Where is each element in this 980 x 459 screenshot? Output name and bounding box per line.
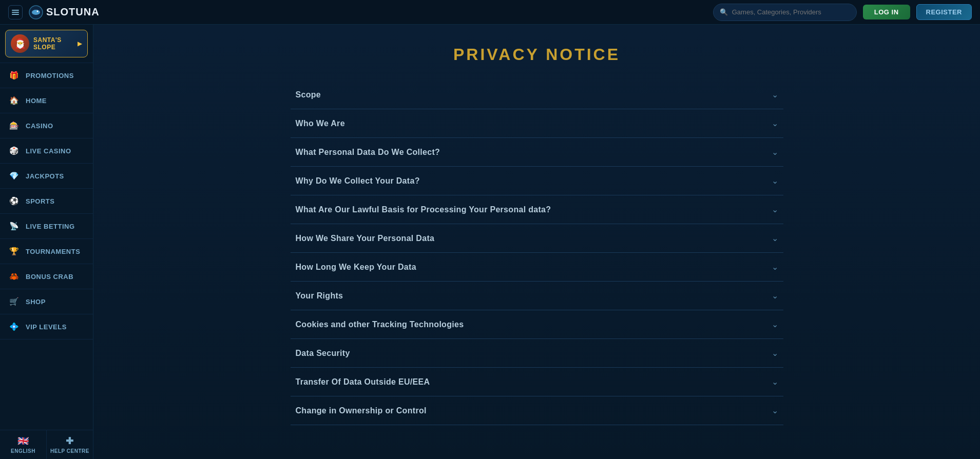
casino-icon: 🎰 — [9, 121, 20, 130]
accordion-header-scope[interactable]: Scope ⌄ — [291, 81, 783, 109]
menu-toggle-button[interactable] — [8, 5, 23, 19]
accordion-header-your-rights[interactable]: Your Rights ⌄ — [291, 282, 783, 310]
sidebar-item-vip-levels[interactable]: 💠 VIP LEVELS — [0, 316, 93, 337]
sidebar-item-promotions[interactable]: 🎁 PROMOTIONS — [0, 65, 93, 86]
accordion-item-how-share: How We Share Your Personal Data ⌄ — [291, 224, 783, 253]
sidebar-item-casino[interactable]: 🎰 CASINO — [0, 115, 93, 136]
accordion-chevron-why-collect: ⌄ — [772, 176, 778, 186]
live-casino-icon: 🎲 — [9, 146, 20, 155]
sidebar-item-label: CASINO — [26, 122, 53, 130]
accordion-chevron-scope: ⌄ — [772, 90, 778, 99]
accordion-header-cookies[interactable]: Cookies and other Tracking Technologies … — [291, 310, 783, 338]
accordion-chevron-what-collect: ⌄ — [772, 147, 778, 157]
promo-label: SANTA'S SLOPE — [33, 36, 73, 51]
search-icon: 🔍 — [720, 8, 728, 16]
language-selector[interactable]: 🇬🇧 ENGLISH — [0, 430, 47, 459]
accordion-item-how-long: How Long We Keep Your Data ⌄ — [291, 253, 783, 282]
accordion-title-your-rights: Your Rights — [296, 291, 343, 301]
language-label: ENGLISH — [11, 448, 35, 454]
accordion-chevron-who-we-are: ⌄ — [772, 118, 778, 128]
sidebar-divider-casino — [0, 138, 93, 138]
sidebar-item-label: TOURNAMENTS — [26, 248, 80, 255]
sidebar-item-label: LIVE CASINO — [26, 147, 71, 155]
accordion-header-what-collect[interactable]: What Personal Data Do We Collect? ⌄ — [291, 138, 783, 166]
sidebar-item-jackpots[interactable]: 💎 JACKPOTS — [0, 166, 93, 186]
accordion-title-transfer-data: Transfer Of Data Outside EU/EEA — [296, 377, 430, 387]
accordion-title-scope: Scope — [296, 90, 321, 99]
sidebar-divider-tournaments — [0, 264, 93, 264]
accordion-item-who-we-are: Who We Are ⌄ — [291, 109, 783, 138]
bonus-crab-icon: 🦀 — [9, 272, 20, 281]
accordion-item-why-collect: Why Do We Collect Your Data? ⌄ — [291, 167, 783, 195]
login-button[interactable]: LOG IN — [863, 5, 910, 19]
sidebar-divider-vip-levels — [0, 339, 93, 340]
sidebar-item-shop[interactable]: 🛒 SHOP — [0, 291, 93, 312]
accordion-title-who-we-are: Who We Are — [296, 119, 345, 128]
main-content: PRIVACY NOTICE Scope ⌄ Who We Are ⌄ What… — [93, 25, 980, 459]
site-logo: SLOTUNA — [29, 5, 707, 19]
accordion-chevron-how-long: ⌄ — [772, 262, 778, 272]
accordion-header-lawful-basis[interactable]: What Are Our Lawful Basis for Processing… — [291, 195, 783, 224]
search-input[interactable] — [732, 8, 850, 16]
sidebar-item-tournaments[interactable]: 🏆 TOURNAMENTS — [0, 241, 93, 262]
home-icon: 🏠 — [9, 96, 20, 105]
sidebar-divider-jackpots — [0, 188, 93, 189]
accordion-header-who-we-are[interactable]: Who We Are ⌄ — [291, 109, 783, 137]
help-icon: ✚ — [66, 435, 74, 447]
promo-banner[interactable]: 🎅 SANTA'S SLOPE ▶ — [5, 30, 88, 57]
accordion-chevron-cookies: ⌄ — [772, 320, 778, 329]
sidebar-item-label: PROMOTIONS — [26, 72, 74, 79]
accordion-item-scope: Scope ⌄ — [291, 81, 783, 109]
help-centre-button[interactable]: ✚ HELP CENTRE — [47, 430, 93, 459]
sidebar-divider-shop — [0, 314, 93, 314]
accordion-item-transfer-data: Transfer Of Data Outside EU/EEA ⌄ — [291, 368, 783, 396]
accordion-item-lawful-basis: What Are Our Lawful Basis for Processing… — [291, 195, 783, 224]
svg-rect-0 — [12, 10, 19, 11]
sidebar-item-live-casino[interactable]: 🎲 LIVE CASINO — [0, 141, 93, 161]
sidebar-item-label: SHOP — [26, 298, 46, 306]
sidebar-item-live-betting[interactable]: 📡 LIVE BETTING — [0, 216, 93, 236]
help-label: HELP CENTRE — [50, 448, 89, 454]
accordion-header-data-security[interactable]: Data Security ⌄ — [291, 339, 783, 367]
accordion-title-cookies: Cookies and other Tracking Technologies — [296, 320, 464, 329]
accordion-header-change-ownership[interactable]: Change in Ownership or Control ⌄ — [291, 396, 783, 425]
search-bar: 🔍 — [713, 4, 857, 21]
sidebar-nav: 🎁 PROMOTIONS 🏠 HOME 🎰 CASINO 🎲 LIVE CASI… — [0, 65, 93, 342]
accordion-list: Scope ⌄ Who We Are ⌄ What Personal Data … — [291, 81, 783, 425]
svg-rect-2 — [12, 14, 19, 15]
page-title: PRIVACY NOTICE — [124, 45, 949, 64]
sidebar-item-home[interactable]: 🏠 HOME — [0, 90, 93, 111]
promotions-icon: 🎁 — [9, 71, 20, 80]
accordion-item-cookies: Cookies and other Tracking Technologies … — [291, 310, 783, 339]
accordion-header-why-collect[interactable]: Why Do We Collect Your Data? ⌄ — [291, 167, 783, 195]
accordion-header-transfer-data[interactable]: Transfer Of Data Outside EU/EEA ⌄ — [291, 368, 783, 396]
accordion-title-change-ownership: Change in Ownership or Control — [296, 406, 427, 415]
promo-avatar: 🎅 — [11, 34, 29, 53]
flag-icon: 🇬🇧 — [17, 435, 29, 447]
sidebar-item-label: BONUS CRAB — [26, 273, 73, 281]
accordion-title-how-long: How Long We Keep Your Data — [296, 263, 416, 272]
accordion-chevron-data-security: ⌄ — [772, 348, 778, 358]
sidebar-divider-live-casino — [0, 163, 93, 164]
accordion-chevron-lawful-basis: ⌄ — [772, 205, 778, 214]
sidebar: 🎅 SANTA'S SLOPE ▶ 🎁 PROMOTIONS 🏠 HOME 🎰 … — [0, 25, 93, 459]
svg-point-5 — [37, 10, 39, 12]
accordion-header-how-share[interactable]: How We Share Your Personal Data ⌄ — [291, 224, 783, 252]
accordion-chevron-change-ownership: ⌄ — [772, 406, 778, 415]
svg-rect-1 — [12, 12, 19, 13]
sidebar-item-label: JACKPOTS — [26, 172, 64, 180]
sidebar-item-sports[interactable]: ⚽ SPORTS — [0, 191, 93, 211]
sidebar-bottom: 🇬🇧 ENGLISH ✚ HELP CENTRE — [0, 430, 93, 459]
accordion-title-data-security: Data Security — [296, 349, 350, 358]
sports-icon: ⚽ — [9, 196, 20, 206]
sidebar-divider-1 — [0, 63, 93, 63]
accordion-chevron-how-share: ⌄ — [772, 233, 778, 243]
accordion-header-how-long[interactable]: How Long We Keep Your Data ⌄ — [291, 253, 783, 281]
accordion-chevron-your-rights: ⌄ — [772, 291, 778, 301]
register-button[interactable]: REGISTER — [916, 4, 972, 20]
sidebar-divider-bonus-crab — [0, 289, 93, 289]
accordion-item-data-security: Data Security ⌄ — [291, 339, 783, 368]
logo-text: SLOTUNA — [46, 6, 100, 18]
sidebar-item-bonus-crab[interactable]: 🦀 BONUS CRAB — [0, 266, 93, 287]
sidebar-item-label: HOME — [26, 97, 47, 105]
